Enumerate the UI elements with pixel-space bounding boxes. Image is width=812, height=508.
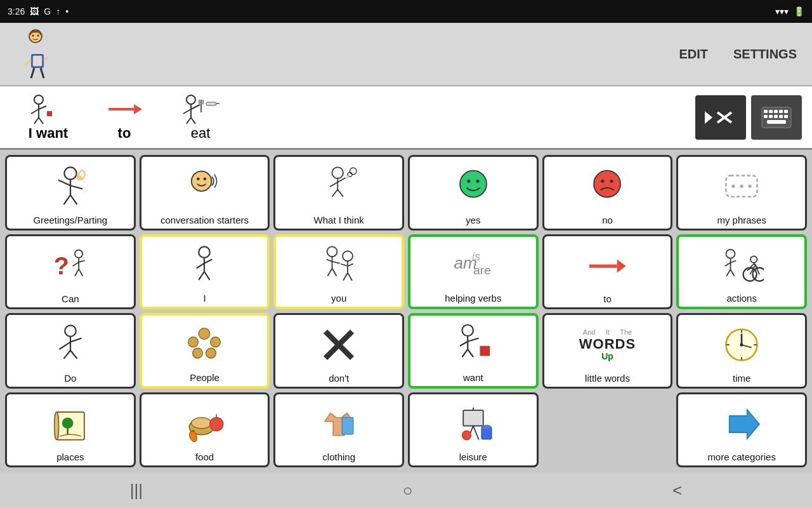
svg-text:?: ? [54, 251, 69, 279]
cell-conversation-starters[interactable]: conversation starters [140, 155, 270, 231]
cell-i[interactable]: I [140, 234, 270, 310]
phrases-svg [719, 164, 764, 209]
cell-you[interactable]: you [273, 234, 404, 310]
nav-prev-button[interactable]: < [657, 476, 697, 505]
svg-line-109 [731, 260, 737, 263]
cell-to[interactable]: to [542, 234, 673, 310]
cell-greetings-parting[interactable]: Greetings/Parting [5, 155, 136, 231]
backspace-button[interactable] [695, 95, 746, 140]
cell-helping-verbs[interactable]: am is are helping verbs [408, 234, 539, 310]
svg-line-81 [75, 269, 79, 276]
do-label: Do [64, 373, 76, 384]
svg-point-46 [64, 168, 76, 180]
svg-line-97 [341, 264, 348, 266]
cell-yes[interactable]: yes [408, 155, 539, 231]
do-svg [48, 323, 93, 367]
cell-actions[interactable]: actions [676, 234, 807, 310]
leisure-label: leisure [459, 451, 487, 463]
settings-button[interactable]: SETTINGS [728, 44, 802, 64]
cell-my-phrases[interactable]: my phrases [676, 155, 807, 231]
svg-point-117 [750, 256, 757, 263]
greetings-label: Greetings/Parting [33, 215, 107, 226]
to-text: to [118, 125, 131, 142]
can-svg: ? [48, 244, 93, 288]
lw-it: It [606, 328, 610, 336]
think-icon [317, 161, 361, 213]
svg-line-92 [327, 259, 332, 262]
phrases-label: my phrases [717, 215, 766, 226]
svg-line-82 [79, 269, 82, 276]
people-icon [182, 319, 226, 371]
svg-line-4 [44, 57, 48, 60]
backspace-icon [705, 105, 737, 130]
svg-line-12 [39, 106, 46, 109]
keyboard-icon [761, 105, 792, 130]
food-icon [182, 398, 226, 451]
svg-line-58 [330, 182, 337, 187]
svg-line-98 [348, 264, 353, 266]
svg-line-93 [328, 268, 332, 276]
cell-want[interactable]: want [408, 313, 539, 389]
svg-point-56 [332, 168, 344, 179]
svg-point-130 [193, 349, 203, 359]
svg-point-155 [210, 417, 223, 431]
svg-point-131 [206, 349, 216, 359]
cell-no[interactable]: no [542, 155, 673, 231]
to-icon [105, 93, 143, 125]
grid-area: Greetings/Parting conversation starters [0, 150, 812, 472]
svg-point-55 [204, 178, 206, 180]
svg-point-69 [594, 171, 620, 197]
nav-home-button[interactable]: ○ [388, 476, 428, 505]
want-icon [451, 319, 495, 371]
lw-the: The [620, 328, 632, 336]
time-label: time [733, 373, 750, 384]
clothing-label: clothing [322, 451, 355, 463]
time-svg [719, 323, 764, 367]
places-label: places [56, 451, 84, 463]
status-left: 3:26 🖼 G ↑ • [8, 6, 69, 17]
svg-rect-41 [769, 115, 773, 118]
status-time: 3:26 [8, 6, 25, 17]
food-label: food [195, 451, 214, 463]
svg-point-165 [481, 425, 492, 429]
cell-more-categories[interactable]: more categories [676, 392, 807, 468]
cell-places[interactable]: places [5, 392, 136, 468]
svg-point-53 [192, 171, 212, 192]
cell-clothing[interactable]: clothing [273, 392, 404, 468]
cell-can[interactable]: ? Can [5, 234, 136, 310]
cell-do[interactable]: Do [5, 313, 136, 389]
svg-point-129 [211, 337, 221, 347]
food-svg [182, 402, 226, 446]
cell-food[interactable]: food [140, 392, 270, 468]
can-label: Can [62, 293, 79, 305]
svg-rect-28 [206, 102, 216, 105]
status-bar: 3:26 🖼 G ↑ • ▾▾▾ 🔋 [0, 0, 812, 23]
svg-point-77 [75, 250, 82, 257]
svg-rect-35 [764, 110, 768, 113]
cell-little-words[interactable]: And It The WORDS Up little words [542, 313, 673, 389]
status-right: ▾▾▾ 🔋 [775, 6, 804, 17]
svg-line-108 [725, 263, 731, 266]
cell-leisure[interactable]: leisure [408, 392, 539, 468]
dot-icon: • [65, 6, 69, 17]
dont-svg [317, 323, 361, 367]
conversation-label: conversation starters [160, 215, 249, 226]
svg-point-9 [34, 95, 43, 104]
cell-people[interactable]: People [140, 313, 270, 389]
cell-what-i-think[interactable]: What I think [273, 155, 404, 231]
eat-svg [178, 93, 223, 125]
helping-verbs-label: helping verbs [445, 293, 501, 304]
keyboard-button[interactable] [751, 95, 802, 140]
cell-time[interactable]: time [676, 313, 807, 389]
svg-line-11 [31, 109, 39, 114]
arrow-icon: ↑ [56, 6, 60, 17]
want-svg [451, 323, 495, 367]
iwant-svg [26, 93, 70, 125]
nav-back-button[interactable]: ||| [115, 476, 158, 505]
dont-icon [317, 319, 361, 371]
cell-dont[interactable]: don't [273, 313, 404, 389]
edit-button[interactable]: EDIT [674, 44, 713, 64]
want-label: want [463, 372, 483, 384]
you-svg [317, 244, 361, 288]
lw-and: And [583, 328, 596, 336]
